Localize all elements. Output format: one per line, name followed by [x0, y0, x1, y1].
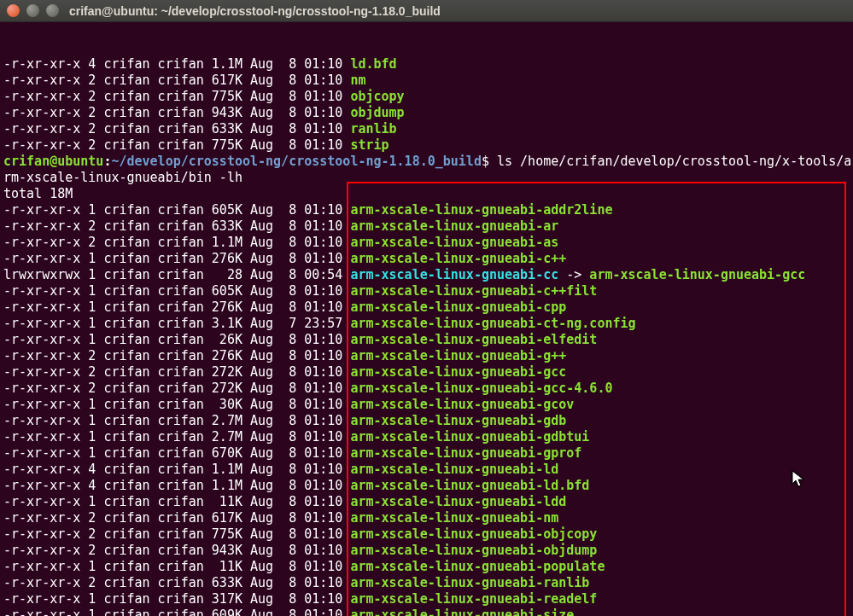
terminal-line: -r-xr-xr-x 2 crifan crifan 633K Aug 8 01…: [3, 575, 850, 591]
file-perm: -r-xr-xr-x 1 crifan crifan 605K Aug 8 01…: [3, 283, 350, 299]
file-name: arm-xscale-linux-gnueabi-ct-ng.config: [350, 316, 635, 331]
terminal-line: -r-xr-xr-x 2 crifan crifan 617K Aug 8 01…: [3, 73, 850, 89]
terminal-line: -r-xr-xr-x 1 crifan crifan 317K Aug 8 01…: [3, 591, 850, 607]
file-name: ld.bfd: [350, 56, 396, 72]
terminal-line: -r-xr-xr-x 2 crifan crifan 617K Aug 8 01…: [3, 510, 850, 526]
file-name: arm-xscale-linux-gnueabi-c++: [350, 251, 566, 266]
file-name: arm-xscale-linux-gnueabi-as: [350, 235, 558, 250]
terminal-line: -r-xr-xr-x 1 crifan crifan 605K Aug 8 01…: [3, 283, 850, 299]
file-name: arm-xscale-linux-gnueabi-ld.bfd: [350, 478, 589, 493]
file-perm: -r-xr-xr-x 2 crifan crifan 775K Aug 8 01…: [3, 137, 350, 153]
file-perm: -r-xr-xr-x 1 crifan crifan 11K Aug 8 01:…: [3, 494, 350, 509]
terminal-area[interactable]: -r-xr-xr-x 4 crifan crifan 1.1M Aug 8 01…: [0, 22, 853, 616]
file-perm: -r-xr-xr-x 1 crifan crifan 276K Aug 8 01…: [3, 299, 350, 315]
file-name: arm-xscale-linux-gnueabi-elfedit: [350, 332, 597, 347]
file-name: arm-xscale-linux-gnueabi-gcc-4.6.0: [350, 381, 612, 396]
symlink-target: arm-xscale-linux-gnueabi-gcc: [589, 267, 805, 282]
terminal-line: -r-xr-xr-x 2 crifan crifan 272K Aug 8 01…: [3, 364, 850, 381]
file-perm: -r-xr-xr-x 1 crifan crifan 2.7M Aug 8 01…: [3, 413, 350, 428]
terminal-line: -r-xr-xr-x 1 crifan crifan 30K Aug 8 01:…: [3, 397, 850, 413]
file-perm: -r-xr-xr-x 1 crifan crifan 30K Aug 8 01:…: [3, 397, 350, 412]
file-perm: -r-xr-xr-x 2 crifan crifan 775K Aug 8 01…: [3, 89, 350, 104]
file-name: arm-xscale-linux-gnueabi-objcopy: [350, 526, 597, 542]
file-perm: -r-xr-xr-x 1 crifan crifan 317K Aug 8 01…: [3, 591, 350, 607]
total-line: total 18M: [3, 186, 73, 201]
terminal-line: -r-xr-xr-x 1 crifan crifan 276K Aug 8 01…: [3, 251, 850, 267]
file-name: arm-xscale-linux-gnueabi-gdbtui: [350, 429, 589, 445]
terminal-line: -r-xr-xr-x 2 crifan crifan 943K Aug 8 01…: [3, 105, 850, 121]
file-name: arm-xscale-linux-gnueabi-gprof: [350, 445, 581, 461]
terminal-line: -r-xr-xr-x 1 crifan crifan 26K Aug 8 01:…: [3, 332, 850, 348]
terminal-line: -r-xr-xr-x 1 crifan crifan 2.7M Aug 8 01…: [3, 413, 850, 429]
terminal-line: -r-xr-xr-x 2 crifan crifan 775K Aug 8 01…: [3, 526, 850, 543]
terminal-line: -r-xr-xr-x 1 crifan crifan 11K Aug 8 01:…: [3, 494, 850, 510]
file-name: arm-xscale-linux-gnueabi-ld: [350, 462, 558, 477]
file-perm: -r-xr-xr-x 2 crifan crifan 617K Aug 8 01…: [3, 73, 350, 88]
maximize-icon[interactable]: [46, 4, 59, 17]
file-perm: -r-xr-xr-x 2 crifan crifan 775K Aug 8 01…: [3, 526, 350, 542]
terminal-line: -r-xr-xr-x 2 crifan crifan 1.1M Aug 8 01…: [3, 235, 850, 251]
file-perm: -r-xr-xr-x 2 crifan crifan 1.1M Aug 8 01…: [3, 235, 350, 250]
file-perm: -r-xr-xr-x 1 crifan crifan 2.7M Aug 8 01…: [3, 429, 350, 445]
file-perm: -r-xr-xr-x 1 crifan crifan 670K Aug 8 01…: [3, 445, 350, 461]
terminal-line: -r-xr-xr-x 1 crifan crifan 605K Aug 8 01…: [3, 202, 850, 218]
file-name: arm-xscale-linux-gnueabi-nm: [350, 510, 558, 526]
file-name: arm-xscale-linux-gnueabi-size: [350, 607, 574, 616]
file-perm: -r-xr-xr-x 1 crifan crifan 3.1K Aug 7 23…: [3, 316, 350, 331]
minimize-icon[interactable]: [26, 4, 39, 17]
terminal-line: rm-xscale-linux-gnueabi/bin -lh: [3, 170, 850, 186]
file-name: arm-xscale-linux-gnueabi-gdb: [350, 413, 566, 428]
file-name: objcopy: [350, 89, 404, 104]
file-perm: -r-xr-xr-x 4 crifan crifan 1.1M Aug 8 01…: [3, 478, 350, 493]
command-text-wrap: rm-xscale-linux-gnueabi/bin -lh: [3, 170, 242, 185]
terminal-line: -r-xr-xr-x 2 crifan crifan 775K Aug 8 01…: [3, 137, 850, 154]
terminal-line: -r-xr-xr-x 1 crifan crifan 11K Aug 8 01:…: [3, 559, 850, 575]
symlink-arrow: ->: [558, 267, 589, 282]
terminal-line: -r-xr-xr-x 2 crifan crifan 943K Aug 8 01…: [3, 543, 850, 559]
terminal-line: -r-xr-xr-x 4 crifan crifan 1.1M Aug 8 01…: [3, 478, 850, 494]
file-name: strip: [350, 137, 389, 153]
terminal-line: total 18M: [3, 186, 850, 202]
file-perm: -r-xr-xr-x 2 crifan crifan 633K Aug 8 01…: [3, 575, 350, 590]
terminal-line: -r-xr-xr-x 2 crifan crifan 633K Aug 8 01…: [3, 218, 850, 235]
file-perm: -r-xr-xr-x 1 crifan crifan 276K Aug 8 01…: [3, 251, 350, 266]
terminal-line: -r-xr-xr-x 2 crifan crifan 633K Aug 8 01…: [3, 121, 850, 137]
prompt-path: ~/develop/crosstool-ng/crosstool-ng-1.18…: [111, 154, 481, 169]
file-perm: lrwxrwxrwx 1 crifan crifan 28 Aug 8 00:5…: [3, 267, 350, 282]
file-perm: -r-xr-xr-x 2 crifan crifan 633K Aug 8 01…: [3, 218, 350, 234]
file-perm: -r-xr-xr-x 2 crifan crifan 633K Aug 8 01…: [3, 121, 350, 137]
terminal-line: -r-xr-xr-x 1 crifan crifan 276K Aug 8 01…: [3, 299, 850, 316]
file-name: arm-xscale-linux-gnueabi-g++: [350, 348, 566, 363]
file-name: arm-xscale-linux-gnueabi-gcc: [350, 364, 566, 380]
close-icon[interactable]: [7, 4, 20, 17]
file-name: arm-xscale-linux-gnueabi-gcov: [350, 397, 574, 412]
file-perm: -r-xr-xr-x 2 crifan crifan 272K Aug 8 01…: [3, 381, 350, 396]
file-name: arm-xscale-linux-gnueabi-c++filt: [350, 283, 597, 299]
file-name: ranlib: [350, 121, 396, 137]
terminal-line: -r-xr-xr-x 2 crifan crifan 272K Aug 8 01…: [3, 381, 850, 397]
file-name: arm-xscale-linux-gnueabi-ar: [350, 218, 558, 234]
file-name: arm-xscale-linux-gnueabi-populate: [350, 559, 605, 574]
terminal-line: -r-xr-xr-x 2 crifan crifan 276K Aug 8 01…: [3, 348, 850, 364]
file-name: arm-xscale-linux-gnueabi-addr2line: [350, 202, 612, 218]
terminal-line: -r-xr-xr-x 1 crifan crifan 609K Aug 8 01…: [3, 607, 850, 616]
file-perm: -r-xr-xr-x 1 crifan crifan 11K Aug 8 01:…: [3, 559, 350, 574]
symlink-name: arm-xscale-linux-gnueabi-cc: [350, 267, 558, 282]
titlebar[interactable]: crifan@ubuntu: ~/develop/crosstool-ng/cr…: [0, 0, 853, 22]
file-perm: -r-xr-xr-x 2 crifan crifan 943K Aug 8 01…: [3, 105, 350, 120]
file-name: arm-xscale-linux-gnueabi-ranlib: [350, 575, 589, 590]
prompt-userhost: crifan@ubuntu: [3, 154, 103, 169]
file-perm: -r-xr-xr-x 2 crifan crifan 272K Aug 8 01…: [3, 364, 350, 380]
terminal-line: -r-xr-xr-x 2 crifan crifan 775K Aug 8 01…: [3, 89, 850, 105]
file-perm: -r-xr-xr-x 1 crifan crifan 26K Aug 8 01:…: [3, 332, 350, 347]
file-perm: -r-xr-xr-x 1 crifan crifan 609K Aug 8 01…: [3, 607, 350, 616]
file-perm: -r-xr-xr-x 2 crifan crifan 617K Aug 8 01…: [3, 510, 350, 526]
window-title: crifan@ubuntu: ~/develop/crosstool-ng/cr…: [69, 4, 441, 18]
file-perm: -r-xr-xr-x 2 crifan crifan 276K Aug 8 01…: [3, 348, 350, 363]
file-name: arm-xscale-linux-gnueabi-readelf: [350, 591, 597, 607]
terminal-line: -r-xr-xr-x 1 crifan crifan 670K Aug 8 01…: [3, 445, 850, 462]
file-name: arm-xscale-linux-gnueabi-cpp: [350, 299, 566, 315]
terminal-window: crifan@ubuntu: ~/develop/crosstool-ng/cr…: [0, 0, 853, 616]
terminal-line: -r-xr-xr-x 1 crifan crifan 3.1K Aug 7 23…: [3, 316, 850, 332]
file-name: objdump: [350, 105, 404, 120]
